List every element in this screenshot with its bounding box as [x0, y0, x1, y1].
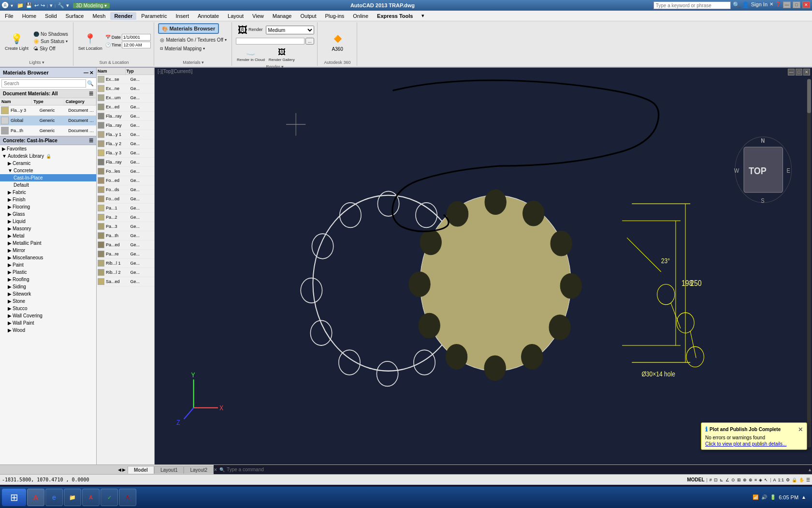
notification-close-btn[interactable]: ✕	[798, 426, 803, 433]
sel-icon[interactable]: ↖	[764, 478, 768, 482]
taskbar-acrobat[interactable]: A	[119, 489, 136, 506]
tree-roofing[interactable]: ▶ Roofing	[0, 276, 96, 283]
taskbar-network-icon[interactable]: 📶	[753, 494, 758, 500]
tree-miscellaneous[interactable]: ▶ Miscellaneous	[0, 254, 96, 261]
time-input[interactable]	[122, 42, 151, 48]
tab-layout1[interactable]: Layout1	[154, 466, 184, 474]
tree-autodesk-library[interactable]: ▼ Autodesk Library 🔒	[0, 152, 96, 160]
no-shadows-btn[interactable]: 🌑 No Shadows	[31, 31, 70, 37]
materials-search-input[interactable]	[1, 79, 86, 88]
materials-browser-btn[interactable]: 🎨 Materials Browser	[158, 23, 219, 34]
tree-wall-paint[interactable]: ▶ Wall Paint	[0, 319, 96, 327]
create-light-btn[interactable]: 💡 Create Light	[4, 30, 29, 52]
mat-row-5[interactable]: Fla...rayGe...	[97, 121, 154, 130]
trans-icon[interactable]: ◈	[759, 478, 762, 482]
menu-icon[interactable]: ☰	[806, 478, 810, 482]
mat-row-0[interactable]: Ex...seGe...	[97, 75, 154, 84]
mat-row-21[interactable]: Rib...l 2Ge...	[97, 268, 154, 277]
cmd-close-icon[interactable]: ✕	[214, 467, 218, 472]
menu-express-tools[interactable]: Express Tools	[373, 12, 417, 20]
panel-close-btn[interactable]: ✕	[89, 70, 93, 75]
tree-favorites[interactable]: ▶ Favorites	[0, 145, 96, 152]
ortho-icon[interactable]: ⊾	[720, 478, 724, 482]
tree-stone[interactable]: ▶ Stone	[0, 298, 96, 305]
taskbar-notification-area[interactable]: ▲	[801, 494, 806, 500]
taskbar-volume-icon[interactable]: 🔊	[761, 494, 767, 500]
menu-mesh[interactable]: Mesh	[88, 12, 109, 20]
minimize-btn[interactable]: —	[783, 1, 791, 8]
tree-sitework[interactable]: ▶ Sitework	[0, 290, 96, 298]
menu-manage[interactable]: Manage	[269, 12, 296, 20]
tree-metal[interactable]: ▶ Metal	[0, 232, 96, 239]
panel-minimize-btn[interactable]: —	[84, 70, 88, 75]
tree-cast-in-place[interactable]: Cast-In-Place	[0, 174, 96, 181]
mat-row-11[interactable]: Fo...edGe...	[97, 176, 154, 185]
doc-material-row-2[interactable]: Pa...th Generic Document M...	[0, 126, 96, 136]
render-output-browse-btn[interactable]: ...	[305, 38, 314, 45]
snap-icon[interactable]: ⊡	[714, 478, 718, 482]
grid-icon[interactable]: #	[710, 478, 712, 482]
autodesk360-btn[interactable]: 🔶 A360	[328, 30, 347, 53]
menu-insert[interactable]: Insert	[172, 12, 193, 20]
dyn-icon[interactable]: ⊕	[749, 478, 753, 482]
menu-surface[interactable]: Surface	[62, 12, 88, 20]
tree-glass[interactable]: ▶ Glass	[0, 210, 96, 218]
taskbar-folder[interactable]: 📁	[64, 489, 81, 506]
ducs-icon[interactable]: ⊗	[743, 478, 747, 482]
tab-arrow-left[interactable]: ◀	[118, 467, 121, 472]
menu-render[interactable]: Render	[110, 12, 136, 20]
maximize-btn[interactable]: □	[793, 1, 800, 8]
command-input[interactable]	[227, 467, 806, 472]
start-button[interactable]: ⊞	[2, 489, 26, 506]
mat-row-15[interactable]: Pa...2Ge...	[97, 213, 154, 222]
mat-row-14[interactable]: Pa...1Ge...	[97, 204, 154, 213]
taskbar-app-green[interactable]: ✓	[101, 489, 118, 506]
render-cloud-btn[interactable]: ☁️ Render in Cloud	[236, 45, 266, 63]
menu-online[interactable]: Online	[349, 12, 372, 20]
tree-metallic-paint[interactable]: ▶ Metallic Paint	[0, 239, 96, 247]
keyword-search[interactable]	[653, 1, 731, 9]
tree-fabric[interactable]: ▶ Fabric	[0, 189, 96, 196]
osnap-icon[interactable]: ⊙	[731, 478, 735, 482]
viewport-restore-btn[interactable]: —	[788, 69, 795, 75]
viewport-close-btn[interactable]: ✕	[803, 69, 810, 75]
menu-view[interactable]: View	[248, 12, 268, 20]
mat-row-10[interactable]: Fo...lesGe...	[97, 167, 154, 176]
menu-output[interactable]: Output	[296, 12, 320, 20]
viewport[interactable]: [-][Top][Current\] — □ ✕	[155, 68, 812, 464]
mat-row-16[interactable]: Pa...3Ge...	[97, 222, 154, 231]
pan-icon[interactable]: ✋	[799, 478, 804, 482]
menu-parametric[interactable]: Parametric	[137, 12, 171, 20]
polar-icon[interactable]: ∠	[725, 478, 729, 482]
menu-solid[interactable]: Solid	[41, 12, 60, 20]
set-location-btn[interactable]: 📍 Set Location	[77, 30, 103, 52]
tree-wood[interactable]: ▶ Wood	[0, 327, 96, 334]
tree-siding[interactable]: ▶ Siding	[0, 283, 96, 290]
tree-concrete[interactable]: ▼ Concrete	[0, 167, 96, 174]
tree-stucco[interactable]: ▶ Stucco	[0, 305, 96, 312]
date-input[interactable]	[122, 34, 151, 41]
sky-off-btn[interactable]: 🌤 Sky Off	[31, 45, 70, 52]
menu-layout[interactable]: Layout	[224, 12, 247, 20]
render-gallery-btn[interactable]: 🖼 Render Gallery	[268, 45, 296, 63]
mat-row-20[interactable]: Rib...l 1Ge...	[97, 259, 154, 268]
search-submit-btn[interactable]: 🔍	[86, 79, 95, 88]
mat-row-3[interactable]: Ex...edGe...	[97, 103, 154, 112]
cmd-search-icon[interactable]: 🔍	[219, 467, 225, 472]
lock-icon[interactable]: 🔒	[792, 478, 797, 482]
tree-paint[interactable]: ▶ Paint	[0, 261, 96, 269]
lw-icon[interactable]: ≡	[754, 478, 757, 482]
clock-display[interactable]: 6:05 PM	[779, 494, 798, 501]
doc-material-row-1[interactable]: Global Generic Document M...	[0, 116, 96, 126]
render-btn[interactable]: 🖼 Render	[236, 23, 264, 37]
mat-row-4[interactable]: Fla...rayGe...	[97, 112, 154, 121]
menu-annotate[interactable]: Annotate	[194, 12, 223, 20]
material-mapping-btn[interactable]: ⧈ Material Mapping ▾	[158, 45, 207, 52]
materials-on-btn[interactable]: ◎ Materials On / Textures Off ▾	[158, 37, 229, 43]
render-output-field[interactable]	[236, 38, 304, 45]
viewport-max-btn[interactable]: □	[796, 69, 802, 75]
tree-masonry[interactable]: ▶ Masonry	[0, 225, 96, 232]
notification-link[interactable]: Click to view plot and publish details..…	[705, 441, 803, 447]
tree-plastic[interactable]: ▶ Plastic	[0, 269, 96, 276]
mat-row-12[interactable]: Fo...dsGe...	[97, 185, 154, 194]
